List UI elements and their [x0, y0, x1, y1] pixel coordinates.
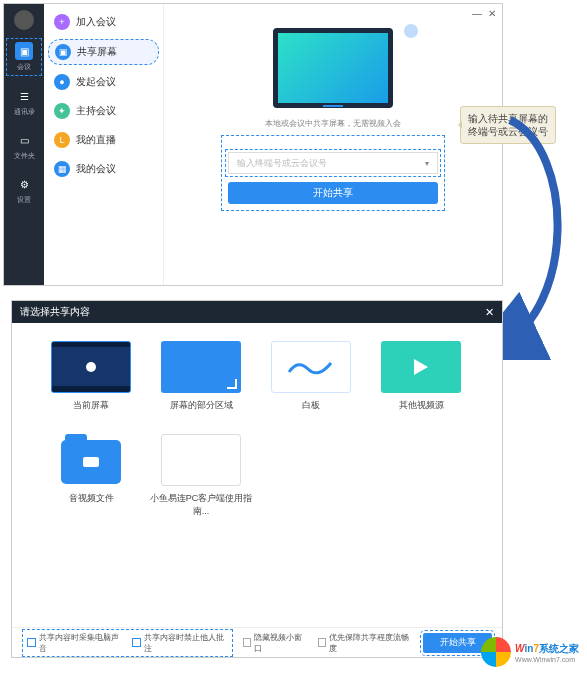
checkbox-icon — [318, 638, 327, 647]
share-screen-window: ▣ 会议 ☰ 通讯录 ▭ 文件夹 ⚙ 设置 +加入会议 ▣共享屏幕 ●发起会议 … — [3, 3, 503, 286]
share-icon: ▣ — [55, 44, 71, 60]
host-icon: ✦ — [54, 103, 70, 119]
checkbox-icon — [27, 638, 36, 647]
app-sidebar: ▣ 会议 ☰ 通讯录 ▭ 文件夹 ⚙ 设置 — [4, 4, 44, 285]
sidebar-item-meeting[interactable]: ▣ 会议 — [6, 38, 42, 76]
meeting-icon: ▣ — [15, 42, 33, 60]
sidebar-label: 会议 — [17, 62, 31, 72]
chevron-down-icon: ▾ — [425, 159, 429, 168]
menu-column: +加入会议 ▣共享屏幕 ●发起会议 ✦主持会议 L我的直播 ▦我的会议 — [44, 4, 164, 285]
source-media-files[interactable]: 音视频文件 — [36, 434, 146, 518]
live-icon: L — [54, 132, 70, 148]
video-thumbnail — [381, 341, 461, 393]
close-icon[interactable]: ✕ — [485, 306, 494, 319]
dialog-title: 请选择共享内容 — [20, 305, 90, 319]
screen-thumbnail — [51, 341, 131, 393]
menu-label: 我的直播 — [76, 133, 116, 147]
menu-start-meeting[interactable]: ●发起会议 — [48, 70, 159, 94]
menu-label: 加入会议 — [76, 15, 116, 29]
dialog-footer: 共享内容时采集电脑声音 共享内容时禁止他人批注 隐藏视频小窗口 优先保障共享程度… — [12, 627, 502, 657]
contacts-icon: ☰ — [15, 87, 33, 105]
source-label: 当前屏幕 — [73, 399, 109, 412]
dialog-header: 请选择共享内容 ✕ — [12, 301, 502, 323]
audio-options-highlight: 共享内容时采集电脑声音 共享内容时禁止他人批注 — [22, 629, 233, 657]
source-current-screen[interactable]: 当前屏幕 — [36, 341, 146, 412]
chk-priority-smooth[interactable]: 优先保障共享程度流畅度 — [318, 632, 414, 654]
source-other-video[interactable]: 其他视频源 — [366, 341, 476, 412]
menu-my-live[interactable]: L我的直播 — [48, 128, 159, 152]
chk-hide-video-window[interactable]: 隐藏视频小窗口 — [243, 632, 308, 654]
sidebar-item-files[interactable]: ▭ 文件夹 — [6, 128, 42, 164]
avatar[interactable] — [14, 10, 34, 30]
source-whiteboard[interactable]: 白板 — [256, 341, 366, 412]
select-share-content-dialog: 请选择共享内容 ✕ 当前屏幕 屏幕的部分区域 白板 其他视频源 音视频文件 — [11, 300, 503, 658]
chk-label: 共享内容时禁止他人批注 — [144, 632, 228, 654]
close-button[interactable]: ✕ — [488, 8, 496, 19]
source-screen-region[interactable]: 屏幕的部分区域 — [146, 341, 256, 412]
sidebar-label: 设置 — [17, 195, 31, 205]
main-area: — ✕ 本地或会议中共享屏幕，无需视频入会 输入终端号或云会议号 ▾ 开始共享 … — [164, 4, 502, 285]
sidebar-item-contacts[interactable]: ☰ 通讯录 — [6, 84, 42, 120]
share-source-grid: 当前屏幕 屏幕的部分区域 白板 其他视频源 音视频文件 小鱼易连PC客户端使用指… — [36, 341, 478, 540]
region-thumbnail — [161, 341, 241, 393]
chk-disable-annotate[interactable]: 共享内容时禁止他人批注 — [132, 632, 227, 654]
input-placeholder: 输入终端号或云会议号 — [237, 157, 327, 170]
menu-join-meeting[interactable]: +加入会议 — [48, 10, 159, 34]
terminal-id-input[interactable]: 输入终端号或云会议号 ▾ — [228, 152, 438, 174]
chk-label: 共享内容时采集电脑声音 — [39, 632, 123, 654]
folder-thumbnail — [51, 434, 131, 486]
menu-label: 发起会议 — [76, 75, 116, 89]
document-thumbnail — [161, 434, 241, 486]
start-share-button[interactable]: 开始共享 — [228, 182, 438, 204]
sidebar-label: 文件夹 — [14, 151, 35, 161]
menu-host-meeting[interactable]: ✦主持会议 — [48, 99, 159, 123]
menu-my-meetings[interactable]: ▦我的会议 — [48, 157, 159, 181]
chk-capture-audio[interactable]: 共享内容时采集电脑声音 — [27, 632, 122, 654]
chk-label: 优先保障共享程度流畅度 — [329, 632, 413, 654]
source-document-window[interactable]: 小鱼易连PC客户端使用指南... — [146, 434, 256, 518]
dialog-start-share-button[interactable]: 开始共享 — [423, 633, 492, 653]
source-label: 音视频文件 — [69, 492, 114, 505]
chk-label: 隐藏视频小窗口 — [254, 632, 307, 654]
menu-label: 共享屏幕 — [77, 45, 117, 59]
watermark-text: Win7系统之家 Www.Winwin7.com — [515, 642, 579, 663]
source-label: 其他视频源 — [399, 399, 444, 412]
menu-label: 主持会议 — [76, 104, 116, 118]
decor-dot — [404, 24, 418, 38]
sidebar-label: 通讯录 — [14, 107, 35, 117]
minimize-button[interactable]: — — [472, 8, 482, 19]
checkbox-icon — [243, 638, 252, 647]
menu-share-screen[interactable]: ▣共享屏幕 — [48, 39, 159, 65]
dialog-body: 当前屏幕 屏幕的部分区域 白板 其他视频源 音视频文件 小鱼易连PC客户端使用指… — [12, 323, 502, 627]
source-label: 白板 — [302, 399, 320, 412]
checkbox-icon — [132, 638, 141, 647]
monitor-illustration — [273, 28, 393, 108]
share-form-highlight: 输入终端号或云会议号 ▾ 开始共享 — [221, 135, 445, 211]
calendar-icon: ▦ — [54, 161, 70, 177]
share-subtitle: 本地或会议中共享屏幕，无需视频入会 — [265, 118, 401, 129]
sidebar-item-settings[interactable]: ⚙ 设置 — [6, 172, 42, 208]
camera-icon: ● — [54, 74, 70, 90]
folder-icon: ▭ — [15, 131, 33, 149]
whiteboard-thumbnail — [271, 341, 351, 393]
window-controls: — ✕ — [472, 8, 496, 19]
menu-label: 我的会议 — [76, 162, 116, 176]
gear-icon: ⚙ — [15, 175, 33, 193]
plus-icon: + — [54, 14, 70, 30]
source-label: 小鱼易连PC客户端使用指南... — [146, 492, 256, 518]
source-label: 屏幕的部分区域 — [170, 399, 233, 412]
